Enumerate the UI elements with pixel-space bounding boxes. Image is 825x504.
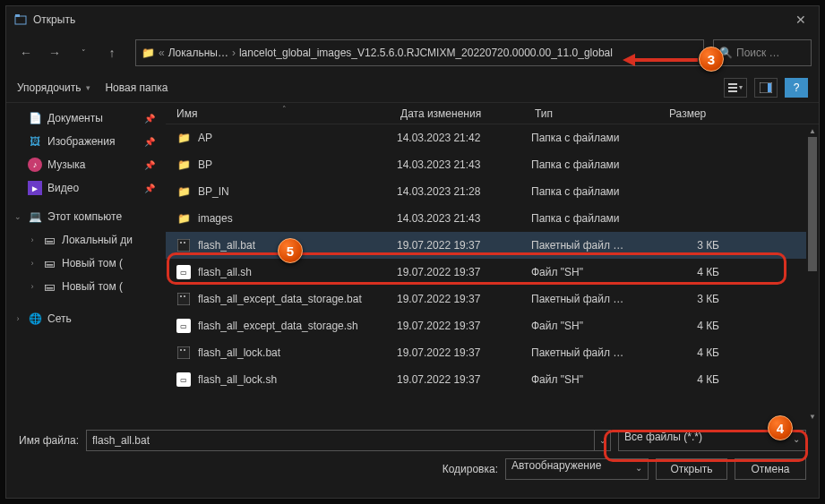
- file-row[interactable]: flash_all_lock.bat19.07.2022 19:37Пакетн…: [166, 339, 819, 366]
- network-icon: 🌐: [28, 312, 42, 326]
- sidebar-item-images[interactable]: 🖼Изображения📌: [6, 130, 166, 153]
- annotation-3: 3: [699, 47, 724, 72]
- sidebar-item-newvol1[interactable]: ›🖴Новый том (: [6, 252, 166, 275]
- file-size: 3 КБ: [666, 293, 728, 305]
- file-date: 19.07.2022 19:37: [397, 293, 531, 305]
- col-name[interactable]: Имя: [166, 107, 390, 120]
- svg-point-5: [180, 242, 182, 243]
- search-box[interactable]: 🔍 Поиск …: [713, 39, 812, 66]
- file-type: Пакетный файл …: [531, 239, 666, 252]
- file-name: flash_all_except_data_storage.sh: [198, 320, 397, 332]
- filename-input[interactable]: [86, 430, 595, 451]
- file-row[interactable]: 📁BP14.03.2023 21:43Папка с файлами: [166, 151, 819, 178]
- drive-icon: 🖴: [42, 233, 56, 247]
- music-icon: ♪: [28, 158, 42, 172]
- scroll-up-arrow[interactable]: ▲: [806, 124, 819, 137]
- filename-label: Имя файла:: [19, 434, 79, 447]
- sidebar-item-network[interactable]: ›🌐Сеть: [6, 307, 166, 330]
- folder-icon: 📁: [176, 158, 191, 172]
- svg-point-6: [184, 242, 185, 243]
- close-button[interactable]: ✕: [783, 6, 819, 33]
- chevron-down-icon: ⌄: [635, 463, 642, 473]
- new-folder-button[interactable]: Новая папка: [105, 81, 168, 94]
- sidebar-item-documents[interactable]: 📄Документы📌: [6, 107, 166, 130]
- file-name: BP: [198, 158, 397, 171]
- sidebar-item-thispc[interactable]: ⌄💻Этот компьюте: [6, 205, 166, 228]
- pin-icon: 📌: [144, 114, 155, 124]
- file-date: 14.03.2023 21:43: [397, 212, 531, 225]
- file-date: 14.03.2023 21:42: [397, 132, 531, 144]
- pin-icon: 📌: [144, 184, 155, 193]
- file-date: 19.07.2022 19:37: [397, 266, 531, 278]
- bottom-bar: Имя файла: ⌄ Все файлы (*.*) ⌄ Кодировка…: [6, 423, 819, 498]
- svg-point-9: [184, 295, 185, 297]
- search-placeholder: Поиск …: [736, 47, 780, 59]
- folder-icon: 📁: [142, 47, 155, 59]
- sidebar-item-localdrive[interactable]: ›🖴Локальный ди: [6, 228, 166, 252]
- chevron-right-icon: ›: [28, 259, 37, 268]
- svg-rect-10: [177, 346, 190, 359]
- back-button[interactable]: ←: [13, 40, 39, 65]
- filename-field-wrap: ⌄: [86, 430, 611, 451]
- annotation-4: 4: [768, 415, 793, 440]
- file-name: BP_IN: [198, 185, 397, 198]
- help-button[interactable]: ?: [785, 78, 808, 98]
- view-menu[interactable]: ▾: [724, 78, 747, 98]
- cancel-button[interactable]: Отмена: [735, 458, 806, 480]
- encoding-select[interactable]: Автообнаружение ⌄: [505, 458, 649, 480]
- col-type[interactable]: Тип: [524, 107, 658, 120]
- preview-pane-button[interactable]: [754, 78, 778, 98]
- document-icon: 📄: [28, 111, 42, 125]
- scroll-down-arrow[interactable]: ▼: [806, 410, 819, 423]
- sidebar-item-video[interactable]: ►Видео📌: [6, 176, 166, 200]
- breadcrumb-part2[interactable]: lancelot_global_images_V12.5.6.0.RJCMIXM…: [239, 47, 613, 59]
- pc-icon: 💻: [28, 209, 42, 224]
- file-size: 4 КБ: [666, 320, 728, 332]
- pin-icon: 📌: [144, 137, 155, 147]
- address-bar[interactable]: 📁 « Локальны… › lancelot_global_images_V…: [135, 39, 704, 66]
- file-type: Пакетный файл …: [531, 293, 666, 305]
- file-list[interactable]: 📁AP14.03.2023 21:42Папка с файлами📁BP14.…: [166, 124, 819, 423]
- chevron-down-icon: ⌄: [793, 434, 800, 444]
- bat-file-icon: [176, 346, 191, 360]
- file-type: Папка с файлами: [531, 212, 666, 225]
- file-date: 14.03.2023 21:28: [397, 185, 531, 198]
- bat-file-icon: [176, 292, 191, 306]
- file-row[interactable]: ▭flash_all.sh19.07.2022 19:37Файл "SH"4 …: [166, 259, 819, 286]
- file-size: 4 КБ: [666, 266, 728, 278]
- col-size[interactable]: Размер: [658, 107, 730, 120]
- file-row[interactable]: flash_all.bat19.07.2022 19:37Пакетный фа…: [166, 232, 819, 259]
- breadcrumb-part1[interactable]: Локальны…: [168, 47, 228, 59]
- recent-dropdown[interactable]: ˅: [71, 40, 96, 65]
- filename-dropdown[interactable]: ⌄: [595, 430, 611, 451]
- forward-button[interactable]: →: [42, 40, 67, 65]
- file-row[interactable]: ▭flash_all_lock.sh19.07.2022 19:37Файл "…: [166, 366, 819, 393]
- file-area: Имя ˄ Дата изменения Тип Размер 📁AP14.03…: [166, 103, 819, 423]
- col-date[interactable]: Дата изменения: [390, 107, 524, 120]
- sidebar-item-newvol2[interactable]: ›🖴Новый том (: [6, 275, 166, 298]
- sidebar-item-music[interactable]: ♪Музыка📌: [6, 153, 166, 176]
- file-date: 14.03.2023 21:43: [397, 158, 531, 171]
- file-type: Папка с файлами: [531, 132, 666, 144]
- folder-icon: 📁: [176, 131, 191, 145]
- encoding-label: Кодировка:: [443, 463, 498, 475]
- file-row[interactable]: 📁AP14.03.2023 21:42Папка с файлами: [166, 124, 819, 151]
- file-name: flash_all_lock.sh: [198, 373, 397, 386]
- svg-point-11: [180, 349, 182, 351]
- vertical-scrollbar[interactable]: ▲ ▼: [806, 124, 819, 423]
- file-row[interactable]: 📁BP_IN14.03.2023 21:28Папка с файлами: [166, 178, 819, 205]
- file-name: flash_all_except_data_storage.bat: [198, 293, 397, 305]
- svg-point-8: [180, 295, 182, 297]
- open-button[interactable]: Открыть: [656, 458, 727, 480]
- svg-rect-7: [177, 293, 190, 305]
- file-row[interactable]: 📁images14.03.2023 21:43Папка с файлами: [166, 205, 819, 232]
- organize-menu[interactable]: Упорядочить: [17, 81, 81, 94]
- file-row[interactable]: flash_all_except_data_storage.bat19.07.2…: [166, 286, 819, 312]
- bat-file-icon: [176, 238, 191, 252]
- main-area: 📄Документы📌 🖼Изображения📌 ♪Музыка📌 ►Виде…: [6, 103, 819, 423]
- scrollbar-thumb[interactable]: [808, 137, 817, 271]
- svg-rect-0: [15, 16, 26, 24]
- file-row[interactable]: ▭flash_all_except_data_storage.sh19.07.2…: [166, 312, 819, 339]
- up-button[interactable]: ↑: [99, 40, 125, 65]
- file-date: 19.07.2022 19:37: [397, 346, 531, 359]
